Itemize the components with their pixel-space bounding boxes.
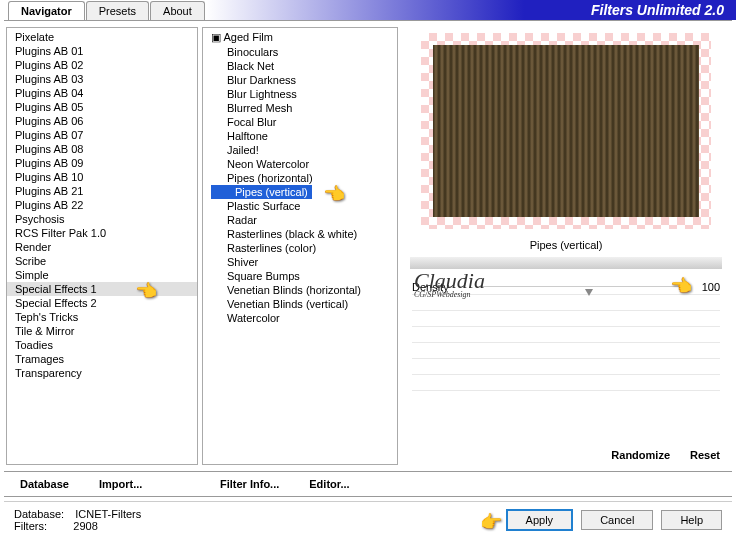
- filter-list[interactable]: ▣ Aged Film BinocularsBlack NetBlur Dark…: [202, 27, 398, 465]
- current-filter-label: Pipes (vertical): [402, 235, 730, 255]
- category-item[interactable]: Plugins AB 04: [7, 86, 197, 100]
- filter-item[interactable]: Jailed!: [203, 143, 397, 157]
- filter-item[interactable]: Venetian Blinds (vertical): [203, 297, 397, 311]
- category-item[interactable]: Plugins AB 07: [7, 128, 197, 142]
- category-item[interactable]: Plugins AB 21: [7, 184, 197, 198]
- category-item[interactable]: Plugins AB 10: [7, 170, 197, 184]
- category-item[interactable]: Teph's Tricks: [7, 310, 197, 324]
- category-item[interactable]: Simple: [7, 268, 197, 282]
- category-item[interactable]: Scribe: [7, 254, 197, 268]
- gradient-bar: [410, 257, 722, 269]
- randomize-button[interactable]: Randomize: [611, 449, 670, 461]
- category-item[interactable]: Render: [7, 240, 197, 254]
- pointer-icon: 👉: [480, 511, 502, 533]
- category-item[interactable]: Tramages: [7, 352, 197, 366]
- filter-item[interactable]: Shiver: [203, 255, 397, 269]
- tab-bar: Navigator Presets About: [0, 0, 206, 20]
- filter-item[interactable]: Venetian Blinds (horizontal): [203, 283, 397, 297]
- database-button[interactable]: Database: [20, 478, 69, 490]
- filter-item[interactable]: Rasterlines (color): [203, 241, 397, 255]
- help-button[interactable]: Help: [661, 510, 722, 530]
- category-item[interactable]: Plugins AB 01: [7, 44, 197, 58]
- tab-presets[interactable]: Presets: [86, 1, 149, 20]
- category-item[interactable]: RCS Filter Pak 1.0: [7, 226, 197, 240]
- category-item[interactable]: Pixelate: [7, 30, 197, 44]
- category-item[interactable]: Plugins AB 08: [7, 142, 197, 156]
- filter-item[interactable]: Watercolor: [203, 311, 397, 325]
- category-item[interactable]: Toadies: [7, 338, 197, 352]
- category-item[interactable]: Plugins AB 02: [7, 58, 197, 72]
- category-item[interactable]: Special Effects 2: [7, 296, 197, 310]
- category-item[interactable]: Plugins AB 09: [7, 156, 197, 170]
- cancel-button[interactable]: Cancel: [581, 510, 653, 530]
- filter-item[interactable]: Square Bumps: [203, 269, 397, 283]
- category-item[interactable]: Psychosis: [7, 212, 197, 226]
- filter-item[interactable]: Halftone: [203, 129, 397, 143]
- category-item[interactable]: Tile & Mirror: [7, 324, 197, 338]
- filter-item[interactable]: Blur Darkness: [203, 73, 397, 87]
- filter-item[interactable]: Blurred Mesh: [203, 101, 397, 115]
- import-button[interactable]: Import...: [99, 478, 142, 490]
- param-density[interactable]: Density 👈 100: [412, 279, 720, 295]
- app-title: Filters Unlimited 2.0: [206, 0, 736, 20]
- filter-item[interactable]: Pipes (horizontal): [203, 171, 397, 185]
- category-item[interactable]: Special Effects 1👈: [7, 282, 197, 296]
- param-value: 100: [702, 281, 720, 293]
- preview-image: [421, 33, 711, 229]
- density-slider[interactable]: [482, 286, 680, 287]
- filter-info-button[interactable]: Filter Info...: [220, 478, 279, 490]
- category-item[interactable]: Plugins AB 06: [7, 114, 197, 128]
- filter-item[interactable]: Neon Watercolor: [203, 157, 397, 171]
- apply-button[interactable]: Apply: [506, 509, 574, 531]
- footer-info: Database: ICNET-Filters Filters: 2908: [14, 508, 141, 532]
- filter-item[interactable]: Focal Blur: [203, 115, 397, 129]
- category-item[interactable]: Transparency: [7, 366, 197, 380]
- filter-item[interactable]: Rasterlines (black & white): [203, 227, 397, 241]
- param-label: Density: [412, 281, 449, 293]
- category-item[interactable]: Plugins AB 03: [7, 72, 197, 86]
- filter-item[interactable]: Binoculars: [203, 45, 397, 59]
- category-list[interactable]: PixelatePlugins AB 01Plugins AB 02Plugin…: [6, 27, 198, 465]
- filter-item[interactable]: Black Net: [203, 59, 397, 73]
- tab-navigator[interactable]: Navigator: [8, 1, 85, 20]
- filter-item[interactable]: Plastic Surface: [203, 199, 397, 213]
- filter-item[interactable]: Blur Lightness: [203, 87, 397, 101]
- filter-item[interactable]: Pipes (vertical): [211, 185, 312, 199]
- filter-group-header[interactable]: ▣ Aged Film: [203, 30, 397, 45]
- reset-button[interactable]: Reset: [690, 449, 720, 461]
- editor-button[interactable]: Editor...: [309, 478, 349, 490]
- category-item[interactable]: Plugins AB 22: [7, 198, 197, 212]
- category-item[interactable]: Plugins AB 05: [7, 100, 197, 114]
- filter-item[interactable]: Radar: [203, 213, 397, 227]
- tab-about[interactable]: About: [150, 1, 205, 20]
